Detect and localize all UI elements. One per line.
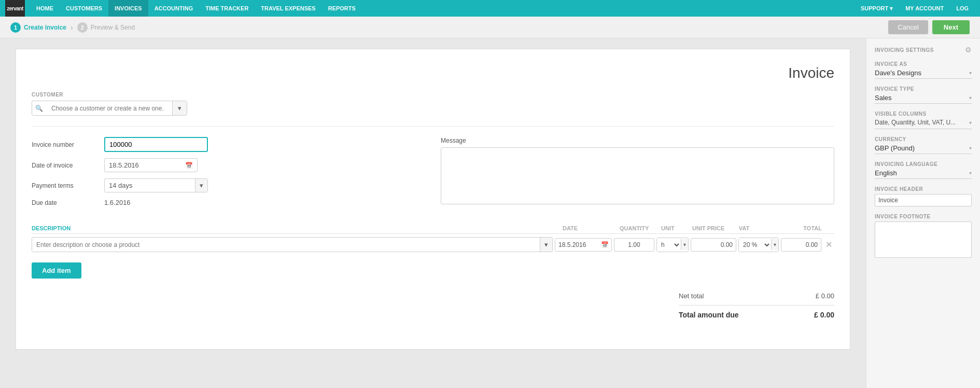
payment-terms-select[interactable]: 14 days ▾ <box>104 178 208 192</box>
sidebar-header: INVOICING SETTINGS ⚙ <box>875 46 972 54</box>
nav-right: SUPPORT ▾ MY ACCOUNT LOG <box>855 0 975 17</box>
net-total-label: Net total <box>679 292 704 300</box>
form-fields: Invoice number Date of invoice 18.5.2016… <box>32 137 425 213</box>
breadcrumb-steps: 1 Create invoice › 2 Preview & Send <box>10 22 135 33</box>
currency-value: GBP (Pound) <box>875 144 969 152</box>
invoice-as-value: Dave's Designs <box>875 69 969 77</box>
step-2: 2 Preview & Send <box>77 22 135 33</box>
customer-select[interactable]: 🔍 ▾ <box>32 101 187 116</box>
quantity-input[interactable] <box>614 238 654 252</box>
due-date-value: 1.6.2016 <box>104 199 131 206</box>
total-due-row: Total amount due £ 0.00 <box>679 305 834 322</box>
nav-accounting[interactable]: ACCOUNTING <box>148 0 200 17</box>
nav-logout[interactable]: LOG <box>950 0 975 17</box>
add-item-button[interactable]: Add item <box>32 262 81 279</box>
date-label: Date of invoice <box>32 162 104 169</box>
step-1: 1 Create invoice <box>10 22 66 33</box>
message-section: Message <box>441 137 834 213</box>
invoice-footnote-label: INVOICE FOOTNOTE <box>875 214 972 219</box>
unit-dropdown-button[interactable]: ▾ <box>681 239 688 250</box>
unit-select-wrap[interactable]: h ▾ <box>656 238 689 252</box>
invoice-as-dropdown-icon[interactable]: ▾ <box>969 70 972 76</box>
invoice-as-select[interactable]: Dave's Designs ▾ <box>875 69 972 79</box>
gear-icon[interactable]: ⚙ <box>965 46 972 54</box>
invoice-header-input[interactable] <box>875 194 972 206</box>
step-1-number: 1 <box>10 22 21 33</box>
visible-columns-wrap[interactable]: Date, Quantity, Unit, VAT, U... ▾ <box>875 119 972 129</box>
remove-line-item-button[interactable]: ✕ <box>823 239 834 251</box>
date-row: Date of invoice 18.5.2016 📅 <box>32 158 425 172</box>
customer-section-label: CUSTOMER <box>32 92 834 98</box>
invoice-number-input[interactable] <box>104 137 208 152</box>
nav-invoices[interactable]: INVOICES <box>108 0 148 17</box>
net-total-value: £ 0.00 <box>816 292 834 300</box>
line-date-input-wrap[interactable]: 📅 <box>555 238 612 252</box>
line-items: Description Date Quantity Unit Unit Pric… <box>32 223 834 279</box>
cancel-button[interactable]: Cancel <box>888 20 928 34</box>
vat-dropdown-button[interactable]: ▾ <box>771 239 778 250</box>
customer-input[interactable] <box>46 102 172 115</box>
breadcrumb-actions: Cancel Next <box>888 20 970 34</box>
nav-time-tracker[interactable]: TIME TRACKER <box>199 0 255 17</box>
nav-home[interactable]: HOME <box>30 0 60 17</box>
currency-dropdown-icon[interactable]: ▾ <box>969 145 972 151</box>
invoice-card: Invoice CUSTOMER 🔍 ▾ Invoice number <box>16 49 850 350</box>
next-button[interactable]: Next <box>932 20 970 34</box>
invoice-number-label: Invoice number <box>32 141 104 148</box>
invoice-type-dropdown-icon[interactable]: ▾ <box>969 95 972 101</box>
calendar-icon[interactable]: 📅 <box>185 162 193 169</box>
invoicing-language-label: INVOICING LANGUAGE <box>875 161 972 167</box>
description-dropdown-button[interactable]: ▾ <box>540 238 552 252</box>
vat-select-wrap[interactable]: 20 % ▾ <box>738 238 779 252</box>
invoicing-language-dropdown-icon[interactable]: ▾ <box>969 170 972 176</box>
invoice-as-label: INVOICE AS <box>875 61 972 67</box>
right-sidebar: INVOICING SETTINGS ⚙ INVOICE AS Dave's D… <box>866 38 980 388</box>
col-description-header: Description <box>32 225 563 231</box>
payment-terms-label: Payment terms <box>32 182 104 189</box>
invoice-number-row: Invoice number <box>32 137 425 152</box>
invoice-type-select[interactable]: Sales ▾ <box>875 94 972 104</box>
line-date-input[interactable] <box>555 239 598 251</box>
date-value: 18.5.2016 <box>109 161 139 169</box>
total-input[interactable] <box>781 238 821 252</box>
unit-price-input[interactable] <box>691 238 736 252</box>
nav-customers[interactable]: CUSTOMERS <box>60 0 108 17</box>
date-input-wrap[interactable]: 18.5.2016 📅 <box>104 158 198 172</box>
customer-dropdown-button[interactable]: ▾ <box>172 101 187 115</box>
visible-columns-value: Date, Quantity, Unit, VAT, U... <box>875 119 969 127</box>
invoicing-language-select[interactable]: English ▾ <box>875 169 972 179</box>
sidebar-invoice-as: INVOICE AS Dave's Designs ▾ <box>875 61 972 79</box>
visible-columns-dropdown-icon[interactable]: ▾ <box>969 120 972 126</box>
nav-travel-expenses[interactable]: TRAVEL EXPENSES <box>255 0 321 17</box>
step-1-label[interactable]: Create invoice <box>24 24 66 31</box>
message-textarea[interactable] <box>441 147 834 204</box>
nav-support[interactable]: SUPPORT ▾ <box>855 0 899 17</box>
net-total-row: Net total £ 0.00 <box>679 289 834 303</box>
sidebar-invoice-header: INVOICE HEADER <box>875 186 972 206</box>
sidebar-visible-columns: VISIBLE COLUMNS Date, Quantity, Unit, VA… <box>875 111 972 129</box>
vat-select[interactable]: 20 % <box>739 238 771 252</box>
sidebar-invoicing-language: INVOICING LANGUAGE English ▾ <box>875 161 972 179</box>
sidebar-invoice-type: INVOICE TYPE Sales ▾ <box>875 86 972 104</box>
step-2-number: 2 <box>77 22 88 33</box>
nav-my-account[interactable]: MY ACCOUNT <box>899 0 950 17</box>
payment-terms-dropdown-button[interactable]: ▾ <box>195 179 207 192</box>
description-input-wrap[interactable]: ▾ <box>32 237 553 252</box>
payment-terms-value: 14 days <box>105 179 195 192</box>
breadcrumb-bar: 1 Create invoice › 2 Preview & Send Canc… <box>0 17 980 38</box>
total-due-label: Total amount due <box>679 311 739 319</box>
form-and-message: Invoice number Date of invoice 18.5.2016… <box>32 137 834 213</box>
unit-select[interactable]: h <box>657 238 681 252</box>
invoice-footnote-textarea[interactable] <box>875 221 972 258</box>
invoice-title: Invoice <box>32 65 834 81</box>
sidebar-currency: CURRENCY GBP (Pound) ▾ <box>875 136 972 154</box>
nav-reports[interactable]: REPORTS <box>322 0 362 17</box>
line-date-calendar-icon[interactable]: 📅 <box>598 239 611 251</box>
currency-select[interactable]: GBP (Pound) ▾ <box>875 144 972 154</box>
description-input[interactable] <box>32 238 540 252</box>
payment-terms-row: Payment terms 14 days ▾ <box>32 178 425 192</box>
sidebar-invoice-footnote: INVOICE FOOTNOTE <box>875 214 972 259</box>
search-icon: 🔍 <box>32 105 46 112</box>
step-2-label: Preview & Send <box>91 24 135 31</box>
line-items-header: Description Date Quantity Unit Unit Pric… <box>32 223 834 234</box>
